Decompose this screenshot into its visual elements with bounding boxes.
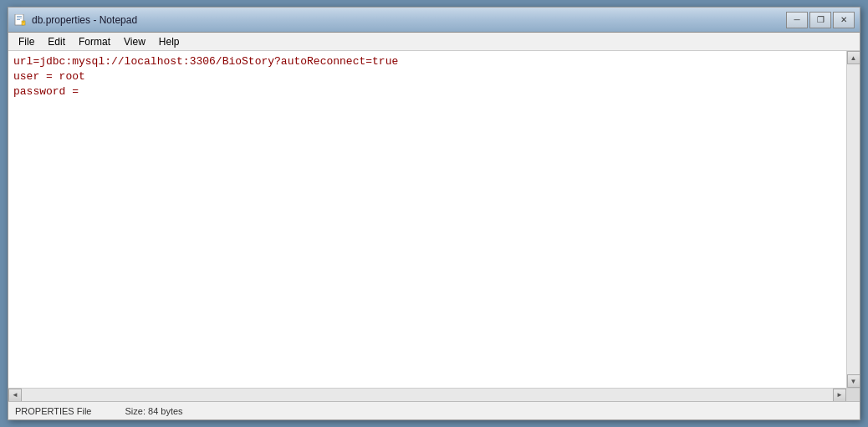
menu-help[interactable]: Help	[152, 33, 186, 50]
line-password: password =	[13, 85, 79, 98]
status-size: Size: 84 bytes	[125, 406, 183, 416]
notepad-icon	[13, 13, 27, 27]
scroll-track-horizontal[interactable]	[22, 389, 833, 401]
svg-rect-2	[17, 18, 22, 18]
scroll-corner	[846, 389, 860, 402]
menu-edit[interactable]: Edit	[41, 33, 72, 50]
status-bar: PROPERTIES File Size: 84 bytes	[8, 401, 860, 419]
svg-rect-3	[17, 19, 20, 20]
line-user: user = root	[13, 70, 85, 83]
scrollbar-horizontal-row: ◄ ►	[8, 388, 860, 401]
scroll-left-button[interactable]: ◄	[8, 389, 22, 402]
line-url: url=jdbc:mysql://localhost:3306/BioStory…	[13, 55, 398, 68]
close-button[interactable]: ✕	[833, 12, 855, 28]
menu-file[interactable]: File	[12, 33, 41, 50]
scroll-right-button[interactable]: ►	[833, 389, 846, 402]
text-editor[interactable]: url=jdbc:mysql://localhost:3306/BioStory…	[8, 51, 846, 388]
scroll-down-button[interactable]: ▼	[847, 374, 860, 388]
menu-view[interactable]: View	[117, 33, 152, 50]
editor-area: url=jdbc:mysql://localhost:3306/BioStory…	[8, 51, 860, 401]
restore-button[interactable]: ❐	[809, 12, 831, 28]
minimize-button[interactable]: ─	[786, 12, 808, 28]
menu-format[interactable]: Format	[72, 33, 117, 50]
scroll-up-button[interactable]: ▲	[847, 51, 860, 64]
title-bar-buttons: ─ ❐ ✕	[786, 12, 855, 28]
title-bar: db.properties - Notepad ─ ❐ ✕	[8, 8, 860, 33]
editor-row: url=jdbc:mysql://localhost:3306/BioStory…	[8, 51, 860, 388]
notepad-window: db.properties - Notepad ─ ❐ ✕ File Edit …	[8, 7, 860, 420]
menu-bar: File Edit Format View Help	[8, 33, 860, 51]
title-bar-left: db.properties - Notepad	[13, 13, 137, 27]
scrollbar-vertical: ▲ ▼	[846, 51, 860, 388]
svg-rect-1	[17, 16, 22, 17]
scroll-track-vertical[interactable]	[847, 64, 860, 374]
window-title: db.properties - Notepad	[32, 14, 137, 26]
status-filetype: PROPERTIES File	[15, 406, 92, 416]
